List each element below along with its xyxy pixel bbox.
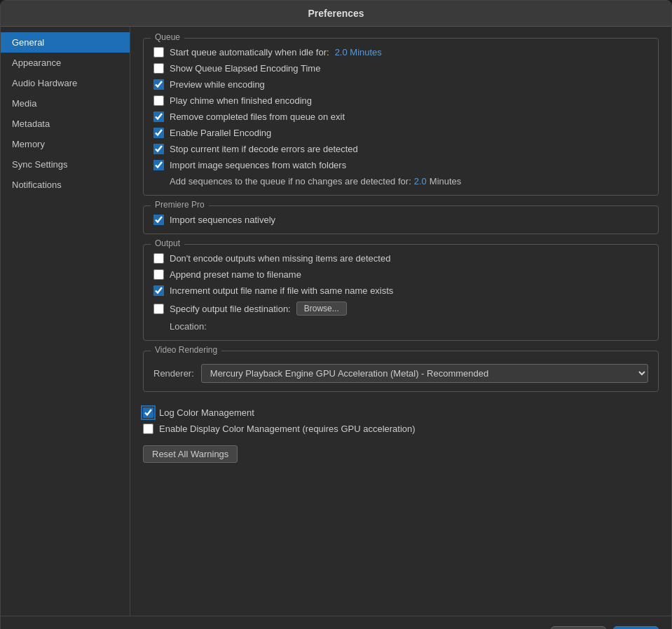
- dont-encode-label[interactable]: Don't encode outputs when missing items …: [153, 253, 390, 264]
- premiere-pro-section: Premiere Pro Import sequences natively: [143, 205, 659, 234]
- sidebar-item-metadata[interactable]: Metadata: [1, 114, 130, 134]
- remove-completed-row: Remove completed files from queue on exi…: [153, 111, 648, 122]
- enable-display-color-checkbox[interactable]: [143, 424, 153, 434]
- reset-warnings-button[interactable]: Reset All Warnings: [143, 445, 238, 463]
- premiere-pro-section-title: Premiere Pro: [151, 200, 209, 210]
- show-queue-elapsed-row: Show Queue Elapsed Encoding Time: [153, 63, 648, 74]
- specify-dest-checkbox[interactable]: [153, 304, 164, 314]
- log-color-checkbox[interactable]: [143, 407, 153, 418]
- enable-display-color-label[interactable]: Enable Display Color Management (require…: [143, 424, 416, 434]
- increment-output-label[interactable]: Increment output file name if file with …: [153, 285, 393, 296]
- play-chime-row: Play chime when finished encoding: [153, 95, 648, 106]
- ok-button[interactable]: OK: [613, 626, 659, 629]
- import-natively-label[interactable]: Import sequences natively: [153, 215, 275, 225]
- log-color-label[interactable]: Log Color Management: [143, 407, 254, 418]
- preferences-dialog: Preferences General Appearance Audio Har…: [0, 0, 672, 629]
- enable-display-color-row: Enable Display Color Management (require…: [143, 424, 659, 434]
- cancel-button[interactable]: Cancel: [551, 626, 605, 629]
- import-natively-row: Import sequences natively: [153, 215, 648, 225]
- enable-parallel-label[interactable]: Enable Parallel Encoding: [153, 128, 271, 138]
- remove-completed-label[interactable]: Remove completed files from queue on exi…: [153, 111, 345, 122]
- sidebar-item-memory[interactable]: Memory: [1, 134, 130, 154]
- stop-decode-label[interactable]: Stop current item if decode errors are d…: [153, 144, 358, 154]
- sidebar: General Appearance Audio Hardware Media …: [1, 27, 130, 616]
- enable-parallel-checkbox[interactable]: [153, 128, 164, 138]
- start-queue-checkbox[interactable]: [153, 47, 164, 58]
- add-sequence-value: 2.0: [414, 176, 427, 187]
- queue-section-title: Queue: [151, 32, 184, 42]
- import-image-row: Import image sequences from watch folder…: [153, 160, 648, 170]
- append-preset-label[interactable]: Append preset name to filename: [153, 269, 301, 280]
- import-image-label[interactable]: Import image sequences from watch folder…: [153, 160, 346, 170]
- video-rendering-section: Video Rendering Renderer: Mercury Playba…: [143, 351, 659, 392]
- renderer-row: Renderer: Mercury Playback Engine GPU Ac…: [153, 364, 648, 383]
- remove-completed-checkbox[interactable]: [153, 111, 164, 122]
- dont-encode-row: Don't encode outputs when missing items …: [153, 253, 648, 264]
- play-chime-checkbox[interactable]: [153, 95, 164, 106]
- start-queue-value: 2.0 Minutes: [335, 47, 382, 58]
- import-image-checkbox[interactable]: [153, 160, 164, 170]
- log-color-row: Log Color Management: [143, 407, 659, 418]
- add-sequence-row: Add sequences to the queue if no changes…: [153, 176, 648, 187]
- queue-section: Queue Start queue automatically when idl…: [143, 38, 659, 196]
- preview-encoding-label[interactable]: Preview while encoding: [153, 79, 265, 90]
- preview-encoding-checkbox[interactable]: [153, 79, 164, 90]
- append-preset-row: Append preset name to filename: [153, 269, 648, 280]
- output-section: Output Don't encode outputs when missing…: [143, 244, 659, 341]
- color-management-section: Log Color Management Enable Display Colo…: [143, 402, 659, 468]
- enable-parallel-row: Enable Parallel Encoding: [153, 128, 648, 138]
- sidebar-item-audio-hardware[interactable]: Audio Hardware: [1, 73, 130, 93]
- renderer-select[interactable]: Mercury Playback Engine GPU Acceleration…: [201, 364, 648, 383]
- location-row: Location:: [153, 321, 648, 332]
- import-natively-checkbox[interactable]: [153, 215, 164, 225]
- specify-dest-label[interactable]: Specify output file destination:: [153, 304, 291, 314]
- main-content: Queue Start queue automatically when idl…: [130, 27, 671, 616]
- increment-output-row: Increment output file name if file with …: [153, 285, 648, 296]
- sidebar-item-general[interactable]: General: [1, 32, 130, 53]
- sidebar-item-media[interactable]: Media: [1, 93, 130, 114]
- start-queue-label[interactable]: Start queue automatically when idle for:…: [153, 47, 382, 58]
- location-label: Location:: [170, 321, 207, 332]
- output-section-title: Output: [151, 238, 184, 248]
- specify-dest-row: Specify output file destination: Browse.…: [153, 302, 648, 316]
- increment-output-checkbox[interactable]: [153, 285, 164, 296]
- sidebar-item-sync-settings[interactable]: Sync Settings: [1, 154, 130, 175]
- stop-decode-row: Stop current item if decode errors are d…: [153, 144, 648, 154]
- start-queue-row: Start queue automatically when idle for:…: [153, 47, 648, 58]
- sidebar-item-notifications[interactable]: Notifications: [1, 175, 130, 195]
- preview-encoding-row: Preview while encoding: [153, 79, 648, 90]
- stop-decode-checkbox[interactable]: [153, 144, 164, 154]
- append-preset-checkbox[interactable]: [153, 269, 164, 280]
- video-rendering-section-title: Video Rendering: [151, 345, 221, 355]
- show-queue-elapsed-checkbox[interactable]: [153, 63, 164, 74]
- browse-button[interactable]: Browse...: [296, 302, 347, 316]
- dialog-title: Preferences: [1, 1, 671, 27]
- show-queue-elapsed-label[interactable]: Show Queue Elapsed Encoding Time: [153, 63, 320, 74]
- dont-encode-checkbox[interactable]: [153, 253, 164, 264]
- sidebar-item-appearance[interactable]: Appearance: [1, 53, 130, 73]
- play-chime-label[interactable]: Play chime when finished encoding: [153, 95, 312, 106]
- dialog-footer: Cancel OK: [1, 616, 671, 629]
- renderer-label: Renderer:: [153, 368, 194, 379]
